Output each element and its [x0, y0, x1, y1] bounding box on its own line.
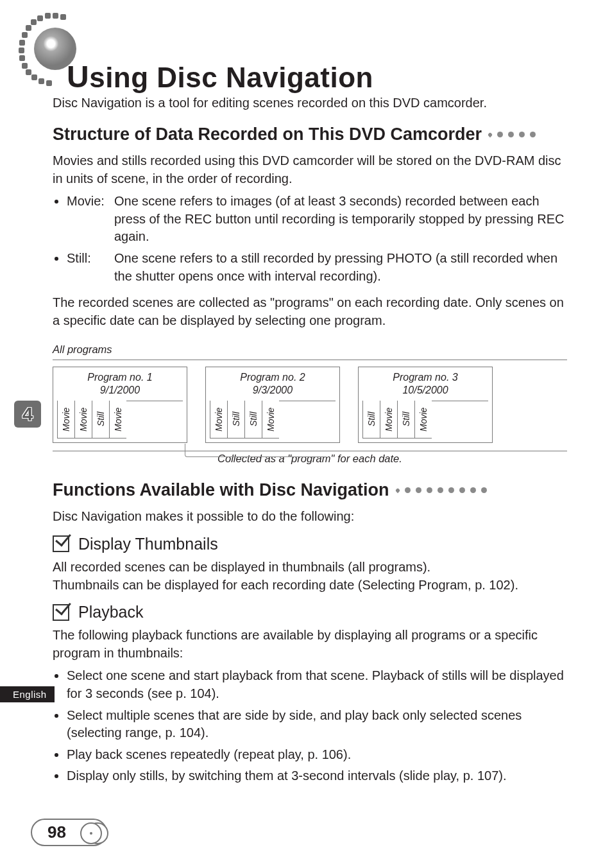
scene-cell-blank	[279, 401, 336, 438]
playback-bullet: Play back scenes repeatedly (repeat play…	[67, 746, 567, 764]
scene-cell: Movie	[210, 401, 227, 438]
disc-stack-icon	[80, 822, 110, 843]
bullet-text-still: One scene refers to a still recorded by …	[114, 250, 567, 285]
checkbox-icon	[53, 535, 69, 552]
chapter-intro: Disc Navigation is a tool for editing sc…	[53, 96, 567, 110]
bullet-label-movie: Movie:	[67, 193, 114, 246]
section2-intro: Disc Navigation makes it possible to do …	[53, 508, 567, 526]
diagram-caption: All programs	[53, 343, 567, 356]
playback-bullet: Select multiple scenes that are side by …	[67, 707, 567, 742]
scene-cell: Movie	[380, 401, 397, 438]
scene-definition-list: Movie: One scene refers to images (of at…	[53, 193, 567, 285]
scene-cell-blank	[126, 401, 183, 438]
scene-cell-blank	[432, 401, 488, 438]
scene-cell: Movie	[109, 401, 126, 438]
sun-logo-graphic	[23, 17, 87, 81]
program-box-3: Program no. 3 10/5/2000 Still Movie Stil…	[358, 367, 493, 443]
thumbnails-line2: Thumbnails can be displayed for each rec…	[53, 577, 567, 595]
scene-cell: Movie	[262, 401, 279, 438]
section-heading-functions: Functions Available with Disc Navigation	[53, 480, 567, 500]
section-heading-structure: Structure of Data Recorded on This DVD C…	[53, 125, 567, 144]
playback-bullet-list: Select one scene and start playback from…	[53, 667, 567, 785]
bullet-text-movie: One scene refers to images (of at least …	[114, 193, 567, 246]
diagram-note: Collected as a "program" for each date.	[53, 453, 567, 465]
section1-para2: The recorded scenes are collected as "pr…	[53, 294, 567, 329]
playback-bullet: Display only stills, by switching them a…	[67, 767, 567, 785]
thumbnails-line1: All recorded scenes can be displayed in …	[53, 559, 567, 577]
scene-cell: Still	[92, 401, 109, 438]
chapter-number-badge: 4	[14, 401, 41, 428]
scene-cell: Movie	[57, 401, 74, 438]
chapter-title: Using Disc Navigation	[67, 59, 567, 94]
scene-cell: Movie	[74, 401, 92, 438]
scene-cell: Movie	[414, 401, 432, 438]
sub-heading-playback: Playback	[53, 603, 567, 621]
page-footer: 98	[31, 819, 110, 846]
section1-para1: Movies and stills recorded using this DV…	[53, 152, 567, 187]
leader-line	[185, 444, 327, 457]
programs-diagram: Program no. 1 9/1/2000 Movie Movie Still…	[53, 360, 567, 451]
dot-trail-icon	[488, 132, 536, 137]
checkbox-icon	[53, 604, 69, 621]
scene-cell: Still	[397, 401, 414, 438]
program-box-2: Program no. 2 9/3/2000 Movie Still Still…	[205, 367, 340, 443]
bullet-label-still: Still:	[67, 250, 114, 285]
dot-trail-icon	[396, 487, 487, 493]
scene-cell: Still	[244, 401, 262, 438]
scene-cell: Still	[362, 401, 380, 438]
sub-heading-thumbnails: Display Thumbnails	[53, 535, 567, 553]
language-tab: English	[0, 686, 55, 702]
scene-cell: Still	[227, 401, 244, 438]
playback-bullet: Select one scene and start playback from…	[67, 667, 567, 702]
playback-intro: The following playback functions are ava…	[53, 627, 567, 662]
program-box-1: Program no. 1 9/1/2000 Movie Movie Still…	[53, 367, 187, 443]
